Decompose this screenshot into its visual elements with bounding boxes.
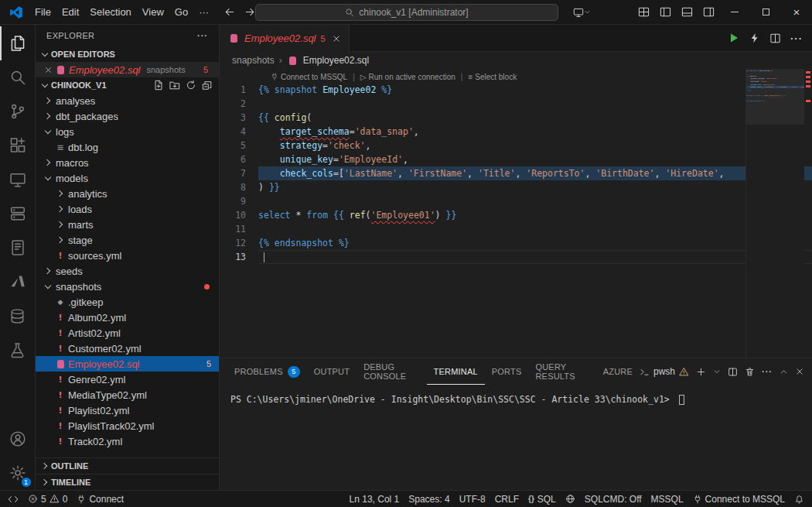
connect-status-button[interactable]: Connect — [72, 491, 128, 507]
extensions-icon[interactable] — [0, 128, 36, 163]
remote-window-icon[interactable] — [566, 3, 597, 22]
line-number[interactable]: 4 — [220, 125, 246, 139]
minimap[interactable]: {% snapshot Employee02 %} {{ config( tar… — [745, 69, 804, 358]
layout-customize-icon[interactable] — [633, 3, 654, 22]
toggle-sidebar-icon[interactable] — [654, 3, 676, 22]
navigate-back-icon[interactable] — [223, 6, 235, 18]
tree-folder-models[interactable]: models — [36, 170, 219, 186]
tree-file-Employee02.sql[interactable]: Employee02.sql5 — [36, 356, 219, 372]
tree-file-Album02.yml[interactable]: !Album02.yml — [36, 310, 219, 325]
sqlcmd-status[interactable]: SQLCMD: Off — [580, 491, 647, 507]
explorer-icon[interactable] — [0, 26, 36, 60]
code-line-1[interactable]: {% snapshot Employee02 %} — [258, 83, 812, 97]
code-editor[interactable]: Connect to MSSQL | ▷ Run on active conne… — [220, 69, 812, 358]
remote-explorer-icon[interactable] — [0, 163, 36, 197]
line-number[interactable]: 11 — [220, 222, 246, 236]
close-tab-icon[interactable] — [332, 34, 341, 43]
minimize-button[interactable] — [719, 0, 750, 25]
tree-file-dbt.log[interactable]: ≡dbt.log — [36, 139, 219, 155]
line-number[interactable]: 3 — [220, 111, 246, 125]
refresh-explorer-icon[interactable] — [184, 78, 198, 92]
line-number[interactable]: 13 — [220, 250, 246, 264]
tree-folder-logs[interactable]: logs — [36, 124, 219, 139]
navigate-forward-icon[interactable] — [244, 6, 256, 18]
collapse-folders-icon[interactable] — [200, 78, 214, 92]
new-terminal-icon[interactable] — [696, 367, 706, 377]
close-window-button[interactable]: × — [781, 0, 812, 25]
menu-overflow[interactable]: ··· — [193, 4, 214, 21]
tree-folder-macros[interactable]: macros — [36, 155, 219, 170]
tree-file-MediaType02.yml[interactable]: !MediaType02.yml — [36, 387, 219, 403]
terminal-shell-selector[interactable]: pwsh — [640, 366, 689, 377]
tab-employee02-sql[interactable]: Employee02.sql 5 — [220, 25, 350, 52]
code-line-2[interactable] — [258, 97, 812, 111]
remote-indicator[interactable] — [3, 491, 23, 507]
toggle-panel-icon[interactable] — [676, 3, 698, 22]
tree-file-.gitkeep[interactable]: ◆.gitkeep — [36, 294, 219, 310]
tree-file-Customer02.yml[interactable]: !Customer02.yml — [36, 341, 219, 356]
connect-to-mssql-button[interactable]: Connect to MSSQL — [688, 491, 790, 507]
open-editors-header[interactable]: OPEN EDITORS — [36, 46, 219, 62]
terminal-output[interactable]: PS C:\Users\jminer\OneDrive - Insight\De… — [220, 385, 812, 490]
code-line-8[interactable]: ) }} — [258, 180, 812, 194]
codelens-select-block[interactable]: ≡ Select block — [468, 73, 517, 81]
outline-section[interactable]: OUTLINE — [36, 457, 219, 474]
tree-folder-stage[interactable]: stage — [36, 232, 219, 248]
panel-tab-output[interactable]: OUTPUT — [307, 358, 357, 385]
line-number[interactable]: 5 — [220, 139, 246, 152]
tree-folder-snapshots[interactable]: snapshots — [36, 279, 219, 294]
database-projects-icon[interactable] — [0, 299, 36, 333]
problems-status[interactable]: 5 0 — [23, 491, 72, 507]
command-center[interactable]: chinook_v1 [Administrator] — [255, 4, 558, 21]
menu-edit[interactable]: Edit — [56, 4, 84, 21]
timeline-section[interactable]: TIMELINE — [36, 474, 219, 490]
workspace-header[interactable]: CHINOOK_V1 — [36, 77, 219, 93]
open-editor-item[interactable]: Employee02.sql snapshots 5 — [36, 62, 219, 77]
sql-server-icon[interactable] — [0, 197, 36, 231]
code-line-12[interactable]: {% endsnapshot %} — [258, 236, 812, 250]
close-panel-icon[interactable] — [795, 367, 804, 376]
dbt-flask-icon[interactable] — [0, 333, 36, 367]
notebook-icon[interactable] — [0, 231, 36, 265]
panel-tab-query-results[interactable]: QUERY RESULTS — [528, 358, 595, 385]
run-query-icon[interactable] — [728, 32, 740, 44]
panel-tab-debug-console[interactable]: DEBUG CONSOLE — [357, 358, 426, 385]
tree-folder-analyses[interactable]: analyses — [36, 93, 219, 108]
line-number[interactable]: 1 — [220, 83, 246, 97]
code-line-11[interactable] — [258, 222, 812, 236]
toggle-secondary-sidebar-icon[interactable] — [698, 3, 719, 22]
tree-folder-loads[interactable]: loads — [36, 201, 219, 217]
maximize-panel-icon[interactable] — [780, 368, 788, 376]
encoding[interactable]: UTF-8 — [455, 491, 490, 507]
notifications-bell-icon[interactable] — [790, 491, 809, 507]
code-line-10[interactable]: select * from {{ ref('Employee01') }} — [258, 208, 812, 222]
panel-tab-problems[interactable]: PROBLEMS 5 — [227, 358, 307, 385]
panel-more-actions-icon[interactable]: ··· — [762, 367, 773, 376]
code-line-7[interactable]: check_cols=['LastName', 'FirstName', 'Ti… — [258, 166, 812, 180]
code-line-3[interactable]: {{ config( — [258, 111, 812, 125]
language-mode[interactable]: {} SQL — [524, 491, 561, 507]
codelens-run[interactable]: ▷ Run on active connection — [360, 73, 455, 81]
mssql-status[interactable]: MSSQL — [647, 491, 688, 507]
line-number[interactable]: 8 — [220, 180, 246, 194]
tree-file-PlaylistTrack02.yml[interactable]: !PlaylistTrack02.yml — [36, 418, 219, 433]
breadcrumb-folder[interactable]: snapshots — [232, 55, 275, 66]
globe-status-icon[interactable] — [561, 491, 580, 507]
panel-tab-terminal[interactable]: TERMINAL — [427, 358, 485, 385]
close-editor-icon[interactable] — [42, 63, 54, 76]
azure-icon[interactable] — [0, 265, 36, 299]
line-number[interactable]: 6 — [220, 152, 246, 166]
terminal-dropdown-icon[interactable] — [713, 368, 721, 375]
eol-sequence[interactable]: CRLF — [490, 491, 524, 507]
tree-folder-seeds[interactable]: seeds — [36, 263, 219, 279]
indentation[interactable]: Spaces: 4 — [404, 491, 454, 507]
editor-more-actions-icon[interactable]: ··· — [790, 33, 803, 44]
explorer-actions-icon[interactable]: ··· — [197, 31, 208, 40]
tree-file-sources.yml[interactable]: !sources.yml — [36, 248, 219, 263]
code-line-9[interactable] — [258, 194, 812, 208]
line-number[interactable]: 2 — [220, 97, 246, 111]
tree-folder-analytics[interactable]: analytics — [36, 186, 219, 201]
new-folder-icon[interactable] — [168, 78, 182, 92]
cursor-position[interactable]: Ln 13, Col 1 — [345, 491, 404, 507]
line-number[interactable]: 12 — [220, 236, 246, 250]
